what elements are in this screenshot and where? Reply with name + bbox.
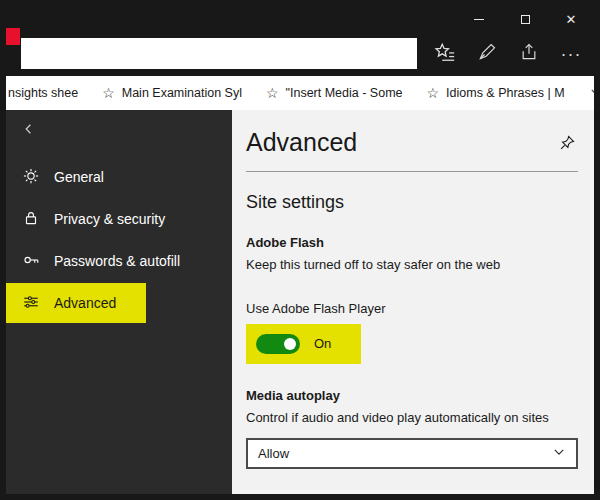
adobe-flash-description: Keep this turned off to stay safer on th… <box>246 256 578 275</box>
favorite-item[interactable]: nsights shee <box>8 86 78 100</box>
chevron-left-icon <box>22 122 36 139</box>
toggle-knob <box>284 338 296 350</box>
sidebar-item-label: Privacy & security <box>54 211 165 227</box>
favorite-item-label: Main Examination Syl <box>122 86 242 100</box>
maximize-icon <box>521 15 530 24</box>
adobe-flash-toggle[interactable] <box>256 334 300 354</box>
sidebar-item-label: Passwords & autofill <box>54 253 180 269</box>
page-title: Advanced <box>246 128 357 157</box>
settings-nav: General Privacy & security <box>6 156 232 323</box>
star-icon: ☆ <box>427 86 440 100</box>
favorites-hub-button[interactable] <box>424 32 466 76</box>
pin-icon <box>559 137 576 154</box>
use-adobe-flash-label: Use Adobe Flash Player <box>246 301 578 316</box>
toggle-highlight: On <box>246 324 361 364</box>
chevron-down-icon <box>552 445 566 462</box>
favorite-item-label: "Insert Media - Some <box>286 86 403 100</box>
web-note-pen-icon <box>477 42 497 66</box>
favorite-item[interactable]: ☆ Main Examination Syl <box>102 86 242 100</box>
favorite-item-label: Idioms & Phrases | M <box>446 86 565 100</box>
more-button[interactable]: ··· <box>550 32 592 76</box>
web-note-button[interactable] <box>466 32 508 76</box>
adobe-flash-heading: Adobe Flash <box>246 235 578 250</box>
sidebar-item-passwords-autofill[interactable]: Passwords & autofill <box>6 240 232 282</box>
sidebar-item-label: General <box>54 169 104 185</box>
browser-window: ✕ <box>0 0 600 500</box>
pin-panel-button[interactable] <box>559 128 578 155</box>
address-bar[interactable] <box>21 38 417 69</box>
more-icon: ··· <box>561 44 582 65</box>
browser-toolbar: ··· <box>6 32 594 76</box>
chevron-down-icon <box>589 85 594 102</box>
advanced-settings-panel: Advanced Site settings Adobe Flash Keep … <box>232 110 594 494</box>
titlebar: ✕ <box>6 6 594 32</box>
settings-sidebar: General Privacy & security <box>6 110 232 494</box>
media-autoplay-select[interactable]: Allow <box>246 438 578 469</box>
share-button[interactable] <box>508 32 550 76</box>
star-icon: ☆ <box>102 86 115 100</box>
minimize-icon <box>474 19 484 20</box>
gear-icon <box>22 167 40 188</box>
panel-header: Advanced <box>246 128 578 157</box>
sliders-icon <box>22 293 40 314</box>
toggle-state-label: On <box>314 336 331 351</box>
favorite-item[interactable]: ☆ Idioms & Phrases | M <box>427 86 565 100</box>
sidebar-item-general[interactable]: General <box>6 156 232 198</box>
sidebar-item-label: Advanced <box>54 295 116 311</box>
select-value: Allow <box>258 446 289 461</box>
favorite-item[interactable]: ☆ "Insert Media - Some <box>266 86 403 100</box>
back-button[interactable] <box>6 110 232 140</box>
favorite-item-label: nsights shee <box>8 86 78 100</box>
minimize-button[interactable] <box>456 6 502 32</box>
sidebar-item-advanced[interactable]: Advanced <box>6 283 146 323</box>
share-icon <box>519 42 539 66</box>
key-icon <box>22 251 40 272</box>
media-autoplay-description: Control if audio and video play automati… <box>246 409 578 428</box>
favorites-hub-icon <box>434 41 456 67</box>
star-icon: ☆ <box>266 86 279 100</box>
favorites-overflow-button[interactable] <box>589 81 594 105</box>
section-title-site-settings: Site settings <box>246 192 578 213</box>
sidebar-item-privacy-security[interactable]: Privacy & security <box>6 198 232 240</box>
lock-icon <box>22 209 40 230</box>
settings-area: General Privacy & security <box>6 110 594 494</box>
media-autoplay-heading: Media autoplay <box>246 388 578 403</box>
maximize-button[interactable] <box>502 6 548 32</box>
favorites-bar: nsights shee ☆ Main Examination Syl ☆ "I… <box>6 76 594 110</box>
toolbar-icons: ··· <box>424 32 592 76</box>
close-button[interactable]: ✕ <box>548 6 594 32</box>
divider <box>246 171 578 172</box>
red-accent <box>6 28 20 45</box>
